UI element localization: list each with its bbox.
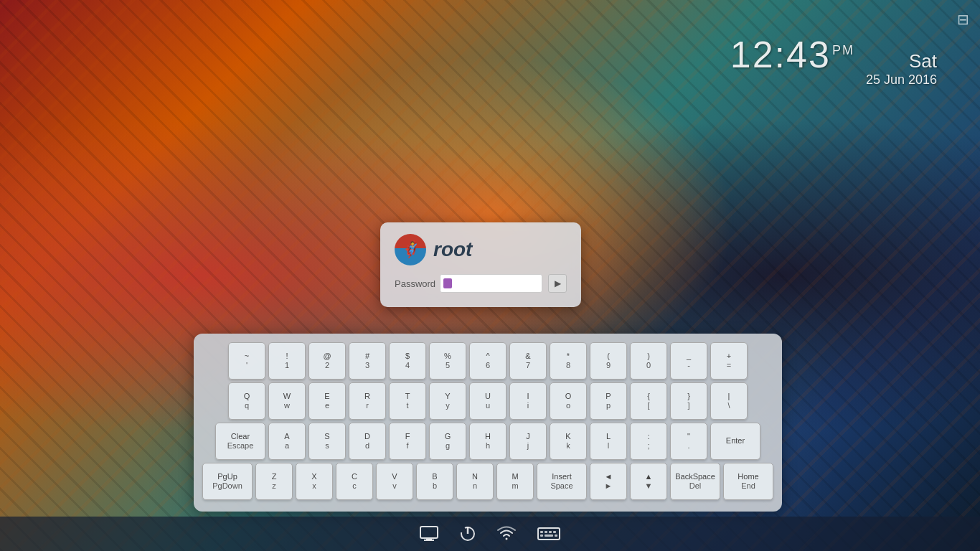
key-s[interactable]: Ss [308, 423, 346, 460]
key-f[interactable]: Ff [389, 423, 426, 460]
taskbar-wifi[interactable] [497, 526, 516, 542]
key-1[interactable]: !1 [268, 342, 306, 380]
login-dialog: 🦸 root Password ▶ [380, 222, 581, 307]
key-home-end[interactable]: HomeEnd [723, 463, 773, 500]
keyboard-row-2: Qq Ww Ee Rr Tt Yy Uu Ii Oo Pp {[ }] |\ [204, 382, 772, 420]
key-equals[interactable]: += [710, 342, 748, 380]
key-insert-space[interactable]: InsertSpace [537, 463, 587, 500]
svg-rect-5 [538, 528, 560, 540]
key-q[interactable]: Qq [228, 382, 265, 420]
svg-rect-10 [540, 534, 543, 537]
key-clear-escape[interactable]: ClearEscape [215, 423, 265, 460]
key-minus[interactable]: _- [670, 342, 707, 380]
svg-rect-8 [549, 531, 552, 533]
key-o[interactable]: Oo [550, 382, 587, 420]
key-c[interactable]: Cc [336, 463, 373, 500]
key-e[interactable]: Ee [308, 382, 346, 420]
key-quote[interactable]: ". [670, 423, 707, 460]
svg-rect-7 [545, 531, 547, 533]
key-pgup-pgdown[interactable]: PgUpPgDown [202, 463, 253, 500]
svg-rect-9 [553, 531, 556, 533]
key-bracket-open[interactable]: {[ [630, 382, 667, 420]
avatar: 🦸 [395, 234, 426, 265]
password-label: Password [395, 278, 434, 289]
clock-time: 12:43PM [730, 36, 854, 73]
key-z[interactable]: Zz [255, 463, 293, 500]
key-up-down[interactable]: ▲▼ [630, 463, 667, 500]
key-semicolon[interactable]: :; [630, 423, 667, 460]
clock-day: Sat [866, 50, 937, 72]
key-3[interactable]: #3 [349, 342, 386, 380]
svg-rect-12 [555, 534, 557, 537]
key-left-right[interactable]: ◄► [590, 463, 627, 500]
key-8[interactable]: *8 [550, 342, 587, 380]
key-y[interactable]: Yy [429, 382, 466, 420]
key-i[interactable]: Ii [509, 382, 547, 420]
key-backslash[interactable]: |\ [710, 382, 748, 420]
key-r[interactable]: Rr [349, 382, 386, 420]
taskbar [0, 517, 980, 551]
key-a[interactable]: Aa [268, 423, 306, 460]
on-screen-keyboard: ~' !1 @2 #3 $4 %5 ^6 &7 *8 (9 )0 _- += Q… [194, 334, 782, 512]
key-9[interactable]: (9 [590, 342, 627, 380]
key-2[interactable]: @2 [308, 342, 346, 380]
key-m[interactable]: Mm [496, 463, 534, 500]
username-display: root [433, 238, 472, 261]
key-d[interactable]: Dd [349, 423, 386, 460]
key-4[interactable]: $4 [389, 342, 426, 380]
key-w[interactable]: Ww [268, 382, 306, 420]
clock-date: 25 Jun 2016 [866, 72, 937, 88]
key-6[interactable]: ^6 [469, 342, 507, 380]
clock-area: 12:43PM Sat 25 Jun 2016 [730, 36, 937, 88]
key-p[interactable]: Pp [590, 382, 627, 420]
top-right-icon[interactable]: ⊟ [957, 11, 969, 28]
svg-rect-11 [545, 534, 553, 537]
key-g[interactable]: Gg [429, 423, 466, 460]
user-row: 🦸 root [395, 234, 567, 265]
keyboard-row-4: PgUpPgDown Zz Xx Cc Vv Bb Nn Mm InsertSp… [204, 463, 772, 500]
key-v[interactable]: Vv [376, 463, 413, 500]
key-bracket-close[interactable]: }] [670, 382, 707, 420]
key-7[interactable]: &7 [509, 342, 547, 380]
svg-rect-0 [420, 527, 438, 538]
key-b[interactable]: Bb [416, 463, 453, 500]
svg-rect-6 [540, 531, 543, 533]
password-field[interactable] [440, 274, 542, 293]
key-enter[interactable]: Enter [710, 423, 760, 460]
password-fill [443, 278, 452, 288]
key-tilde[interactable]: ~' [228, 342, 265, 380]
key-k[interactable]: Kk [550, 423, 587, 460]
key-5[interactable]: %5 [429, 342, 466, 380]
password-row: Password ▶ [395, 274, 567, 293]
keyboard-row-1: ~' !1 @2 #3 $4 %5 ^6 &7 *8 (9 )0 _- += [204, 342, 772, 380]
key-x[interactable]: Xx [296, 463, 333, 500]
key-l[interactable]: Ll [590, 423, 627, 460]
key-backspace-del[interactable]: BackSpaceDel [670, 463, 720, 500]
taskbar-monitor[interactable] [420, 526, 438, 542]
key-t[interactable]: Tt [389, 382, 426, 420]
taskbar-keyboard[interactable] [537, 526, 560, 542]
key-n[interactable]: Nn [456, 463, 494, 500]
keyboard-row-3: ClearEscape Aa Ss Dd Ff Gg Hh Jj Kk Ll :… [204, 423, 772, 460]
key-h[interactable]: Hh [469, 423, 507, 460]
key-u[interactable]: Uu [469, 382, 507, 420]
key-0[interactable]: )0 [630, 342, 667, 380]
go-button[interactable]: ▶ [548, 274, 567, 293]
key-j[interactable]: Jj [509, 423, 547, 460]
taskbar-power[interactable] [460, 526, 476, 542]
